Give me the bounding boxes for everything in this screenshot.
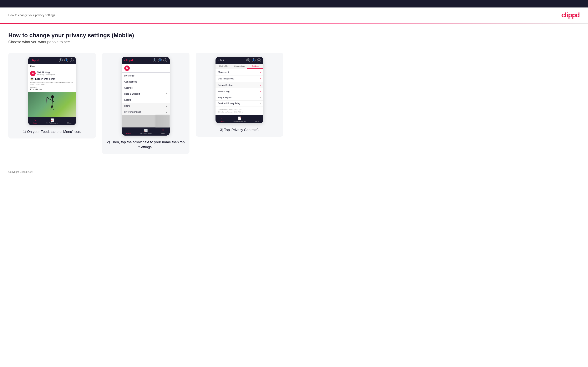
menu-icon: ☰ — [68, 118, 71, 122]
screen3-icons: 🔍 👤 ⚙ — [246, 58, 261, 62]
screen1-bottom-nav: ⌂ Home 📈 My Performance ☰ Menu — [28, 117, 76, 125]
search-icon-3[interactable]: 🔍 — [246, 58, 250, 62]
steps-container: clippd 🔍 👤 ⚙ Feed B Blair — [8, 53, 283, 154]
close-icon: ✕ — [162, 129, 164, 132]
home-icon-2: ⌂ — [128, 129, 129, 132]
menu-nav-home[interactable]: Home ∨ — [122, 103, 170, 109]
nav-home[interactable]: ⌂ Home — [33, 118, 37, 124]
settings-privacy-controls[interactable]: Privacy Controls › — [216, 82, 263, 88]
menu-avatar: B — [124, 66, 130, 71]
settings-my-account[interactable]: My Account › — [216, 69, 263, 75]
phone-mockup-1: clippd 🔍 👤 ⚙ Feed B Blair — [28, 57, 76, 125]
screen3-bottom-nav: ⌂ Home 📈 My Performance ☰ Menu — [216, 115, 263, 123]
chevron-right-icon-4: › — [260, 90, 261, 93]
post-lesson-title: Lesson with Fordy — [35, 78, 55, 80]
menu-item-help-support[interactable]: Help & Support ↗ — [122, 91, 170, 97]
search-icon-2[interactable]: 🔍 — [153, 58, 156, 62]
nav-menu-label-3: Menu — [255, 120, 259, 122]
post-duration-label: Duration — [30, 86, 74, 88]
gear-icon-2[interactable]: ⚙ — [164, 58, 167, 62]
menu-nav-performance[interactable]: My Performance ∨ — [122, 109, 170, 115]
golfer-svg — [46, 94, 58, 115]
svg-point-0 — [51, 95, 54, 98]
chevron-down-icon-2: ∨ — [166, 111, 167, 113]
screen1-icons: 🔍 👤 ⚙ — [59, 58, 73, 62]
performance-icon: 📈 — [50, 118, 54, 122]
menu-nav-section: Home ∨ My Performance ∨ — [122, 103, 170, 115]
settings-version-info: Clippd Client Version: 2022.8.3-3 GQL Se… — [216, 107, 263, 115]
tab-connections[interactable]: Connections — [232, 64, 248, 69]
nav-menu-2[interactable]: ✕ Menu — [161, 129, 165, 134]
screen2-icons: 🔍 👤 ⚙ — [153, 58, 167, 62]
post-description: Looking to feel like my hands are exitin… — [30, 81, 74, 86]
step-card-2: clippd 🔍 👤 ⚙ B Blair McHarg ∧ — [102, 53, 190, 154]
user-icon-3[interactable]: 👤 — [252, 58, 255, 62]
menu-item-logout[interactable]: Logout — [122, 97, 170, 103]
performance-icon-2: 📈 — [144, 129, 148, 132]
menu-item-connections[interactable]: Connections — [122, 79, 170, 85]
chevron-right-icon-3: › — [260, 83, 261, 86]
svg-line-2 — [48, 98, 52, 100]
step-card-1: clippd 🔍 👤 ⚙ Feed B Blair — [8, 53, 96, 139]
nav-performance[interactable]: 📈 My Performance — [46, 118, 58, 124]
settings-list: My Account › Data Integrations › Privacy… — [216, 69, 263, 115]
step-3-description: 3) Tap 'Privacy Controls'. — [220, 127, 259, 133]
feed-tab[interactable]: Feed — [28, 64, 76, 69]
external-link-icon: ↗ — [165, 93, 167, 95]
menu-user-header[interactable]: B Blair McHarg ∧ — [122, 64, 170, 73]
settings-service-privacy[interactable]: Service & Privacy Policy ↗ — [216, 101, 263, 107]
performance-icon-3: 📈 — [238, 117, 241, 120]
avatar: B — [30, 71, 36, 76]
menu-item-my-profile[interactable]: My Profile — [122, 73, 170, 79]
nav-home-label: Home — [33, 122, 37, 124]
tab-settings[interactable]: Settings — [247, 64, 263, 69]
phone-mockup-3: ‹ Back 🔍 👤 ⚙ My Profile Connections Sett… — [216, 57, 263, 123]
page-heading: How to change your privacy settings (Mob… — [8, 32, 283, 39]
nav-performance-3[interactable]: 📈 My Performance — [233, 117, 246, 122]
version-client: Clippd Client Version: 2022.8.3-3 — [218, 108, 261, 111]
nav-menu-3[interactable]: ☰ Menu — [255, 117, 259, 122]
settings-help-support[interactable]: Help & Support ↗ — [216, 95, 263, 101]
nav-performance-label-2: My Performance — [140, 133, 152, 134]
svg-line-1 — [52, 98, 52, 105]
gear-icon[interactable]: ⚙ — [70, 58, 73, 62]
phone-mockup-2: clippd 🔍 👤 ⚙ B Blair McHarg ∧ — [122, 57, 170, 136]
nav-home-2[interactable]: ⌂ Home — [126, 129, 131, 134]
tab-my-profile[interactable]: My Profile — [216, 64, 232, 69]
menu-item-settings[interactable]: Settings — [122, 85, 170, 91]
user-icon[interactable]: 👤 — [64, 58, 68, 62]
settings-data-integrations[interactable]: Data Integrations › — [216, 75, 263, 82]
post-duration-time: 01 hr : 30 min — [30, 88, 74, 90]
step-2-description: 2) Then, tap the arrow next to your name… — [106, 140, 185, 150]
page-subheading: Choose what you want people to see — [8, 40, 283, 44]
blurred-bg — [122, 115, 170, 127]
svg-line-5 — [51, 105, 52, 110]
nav-home-label-3: Home — [220, 120, 225, 122]
screen1-topbar: clippd 🔍 👤 ⚙ — [28, 57, 76, 64]
back-bar: ‹ Back 🔍 👤 ⚙ — [216, 57, 263, 64]
nav-menu-label-2: Menu — [161, 133, 165, 134]
screen2-topbar: clippd 🔍 👤 ⚙ — [122, 57, 170, 64]
top-bar — [0, 0, 588, 8]
search-icon[interactable]: 🔍 — [59, 58, 63, 62]
nav-performance-label-3: My Performance — [233, 120, 246, 122]
menu-user-info: B Blair McHarg — [124, 66, 146, 71]
logo: clippd — [561, 11, 580, 19]
menu-items-list: My Profile Connections Settings Help & S… — [122, 73, 170, 103]
version-server: GQL Server Version: 2022.7.30-1 — [218, 111, 261, 113]
post-icon: 🎓 — [30, 77, 34, 81]
back-link[interactable]: ‹ Back — [218, 59, 224, 62]
user-icon-2[interactable]: 👤 — [158, 58, 162, 62]
step-1-description: 1) On your Feed, tap the 'Menu' icon. — [23, 129, 81, 134]
settings-my-golf-bag[interactable]: My Golf Bag › — [216, 88, 263, 95]
nav-menu-label: Menu — [67, 122, 71, 124]
svg-line-3 — [47, 96, 48, 98]
svg-line-6 — [52, 105, 53, 110]
nav-menu[interactable]: ☰ Menu — [67, 118, 71, 124]
back-chevron-icon: ‹ — [218, 59, 219, 62]
gear-icon-3[interactable]: ⚙ — [257, 58, 261, 62]
golf-image — [28, 92, 76, 117]
ext-link-icon-help: ↗ — [259, 97, 261, 99]
nav-home-3[interactable]: ⌂ Home — [220, 117, 225, 122]
nav-performance-2[interactable]: 📈 My Performance — [140, 129, 152, 134]
